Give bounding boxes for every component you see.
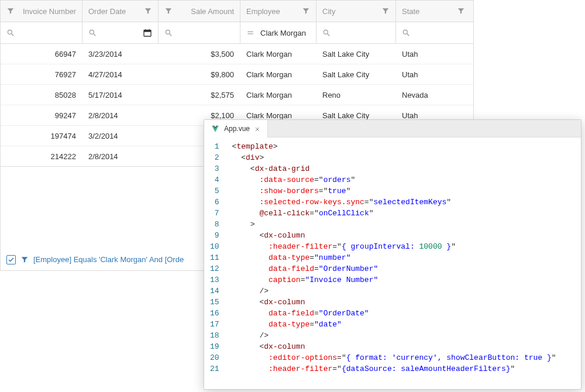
filter-employee[interactable] bbox=[240, 22, 316, 43]
filter-expression[interactable]: [Employee] Equals 'Clark Morgan' And [Or… bbox=[33, 255, 184, 264]
filter-input[interactable] bbox=[334, 29, 390, 37]
tab-app-vue[interactable]: App.vue bbox=[204, 120, 268, 137]
svg-point-12 bbox=[324, 30, 328, 34]
filter-icon[interactable] bbox=[381, 7, 390, 15]
header-sale-amount[interactable]: Sale Amount bbox=[159, 1, 240, 22]
header-label: Invoice Number bbox=[18, 7, 76, 16]
filter-date[interactable] bbox=[82, 22, 159, 43]
cell-invoice[interactable]: 214222 bbox=[1, 146, 82, 166]
close-icon[interactable] bbox=[254, 126, 260, 132]
cell-amount[interactable]: $9,800 bbox=[159, 64, 240, 84]
cell-state[interactable]: Utah bbox=[396, 64, 471, 84]
cell-state[interactable]: Nevada bbox=[396, 85, 471, 105]
cell-amount[interactable]: $2,575 bbox=[159, 85, 240, 105]
filter-state[interactable] bbox=[396, 22, 471, 43]
filter-icon[interactable] bbox=[302, 7, 310, 15]
filter-icon[interactable] bbox=[164, 7, 173, 15]
svg-point-2 bbox=[90, 30, 94, 34]
filter-input[interactable] bbox=[18, 29, 76, 37]
cell-date[interactable]: 3/23/2014 bbox=[82, 44, 159, 64]
filter-city[interactable] bbox=[316, 22, 396, 43]
filter-icon[interactable] bbox=[144, 7, 152, 15]
search-icon bbox=[88, 29, 97, 37]
svg-point-8 bbox=[166, 30, 170, 34]
cell-employee[interactable]: Clark Morgan bbox=[240, 64, 316, 84]
cell-amount[interactable]: $3,500 bbox=[159, 44, 240, 64]
svg-line-3 bbox=[94, 34, 96, 36]
filter-icon[interactable] bbox=[6, 7, 15, 15]
cell-date[interactable]: 5/17/2014 bbox=[82, 85, 159, 105]
filter-amount[interactable] bbox=[159, 22, 240, 43]
editor-tabs: App.vue bbox=[204, 120, 581, 137]
header-row: Invoice Number Order Date Sale Amount Em… bbox=[1, 1, 473, 22]
svg-rect-5 bbox=[144, 30, 151, 32]
header-label: City bbox=[322, 7, 378, 16]
svg-line-9 bbox=[170, 34, 172, 36]
svg-point-14 bbox=[403, 30, 407, 34]
filter-input[interactable] bbox=[414, 29, 465, 37]
svg-line-15 bbox=[407, 34, 410, 36]
search-icon bbox=[6, 29, 15, 37]
cell-invoice[interactable]: 99247 bbox=[1, 105, 82, 125]
cell-state[interactable]: Utah bbox=[396, 44, 471, 64]
filter-checkbox[interactable] bbox=[6, 255, 16, 264]
tab-label: App.vue bbox=[224, 125, 250, 133]
header-city[interactable]: City bbox=[316, 1, 396, 22]
filter-input[interactable] bbox=[176, 29, 234, 37]
header-label: Order Date bbox=[88, 7, 140, 16]
table-row[interactable]: 769274/27/2014$9,800Clark MorganSalt Lak… bbox=[1, 64, 473, 85]
filter-input[interactable] bbox=[260, 29, 310, 37]
header-label: Sale Amount bbox=[176, 7, 234, 16]
search-icon bbox=[164, 29, 173, 37]
cell-invoice[interactable]: 66947 bbox=[1, 44, 82, 64]
cell-invoice[interactable]: 85028 bbox=[1, 85, 82, 105]
cell-date[interactable]: 2/8/2014 bbox=[82, 105, 159, 125]
header-label: Employee bbox=[246, 7, 298, 16]
cell-employee[interactable]: Clark Morgan bbox=[240, 44, 316, 64]
cell-employee[interactable]: Clark Morgan bbox=[240, 85, 316, 105]
cell-date[interactable]: 2/8/2014 bbox=[82, 146, 159, 166]
svg-line-13 bbox=[328, 34, 330, 36]
header-state[interactable]: State bbox=[396, 1, 471, 22]
table-row[interactable]: 669473/23/2014$3,500Clark MorganSalt Lak… bbox=[1, 44, 473, 64]
svg-point-0 bbox=[8, 30, 12, 34]
editor-body[interactable]: 123456789101112131415161718192021 <templ… bbox=[204, 137, 581, 389]
header-employee[interactable]: Employee bbox=[240, 1, 316, 22]
svg-line-1 bbox=[12, 34, 14, 36]
search-icon bbox=[402, 29, 410, 37]
cell-city[interactable]: Reno bbox=[316, 85, 396, 105]
line-gutter: 123456789101112131415161718192021 bbox=[204, 137, 228, 389]
funnel-icon bbox=[20, 256, 29, 264]
code-editor: App.vue 12345678910111213141516171819202… bbox=[204, 119, 581, 390]
cell-city[interactable]: Salt Lake City bbox=[316, 64, 396, 84]
search-icon bbox=[322, 29, 331, 37]
filter-invoice[interactable] bbox=[1, 22, 82, 43]
header-order-date[interactable]: Order Date bbox=[82, 1, 159, 22]
cell-city[interactable]: Salt Lake City bbox=[316, 44, 396, 64]
filter-input[interactable] bbox=[100, 29, 143, 37]
equals-icon[interactable] bbox=[246, 29, 254, 37]
cell-invoice[interactable]: 197474 bbox=[1, 126, 82, 146]
filter-icon[interactable] bbox=[457, 7, 465, 15]
header-label: State bbox=[402, 7, 453, 16]
calendar-icon[interactable] bbox=[143, 28, 152, 37]
filter-row bbox=[1, 22, 473, 44]
header-invoice-number[interactable]: Invoice Number bbox=[1, 1, 82, 22]
cell-invoice[interactable]: 76927 bbox=[1, 64, 82, 84]
table-row[interactable]: 850285/17/2014$2,575Clark MorganRenoNeva… bbox=[1, 85, 473, 105]
cell-date[interactable]: 3/2/2014 bbox=[82, 126, 159, 146]
vue-icon bbox=[211, 125, 219, 133]
cell-date[interactable]: 4/27/2014 bbox=[82, 64, 159, 84]
code-area[interactable]: <template> <div> <dx-data-grid :data-sou… bbox=[228, 137, 581, 389]
